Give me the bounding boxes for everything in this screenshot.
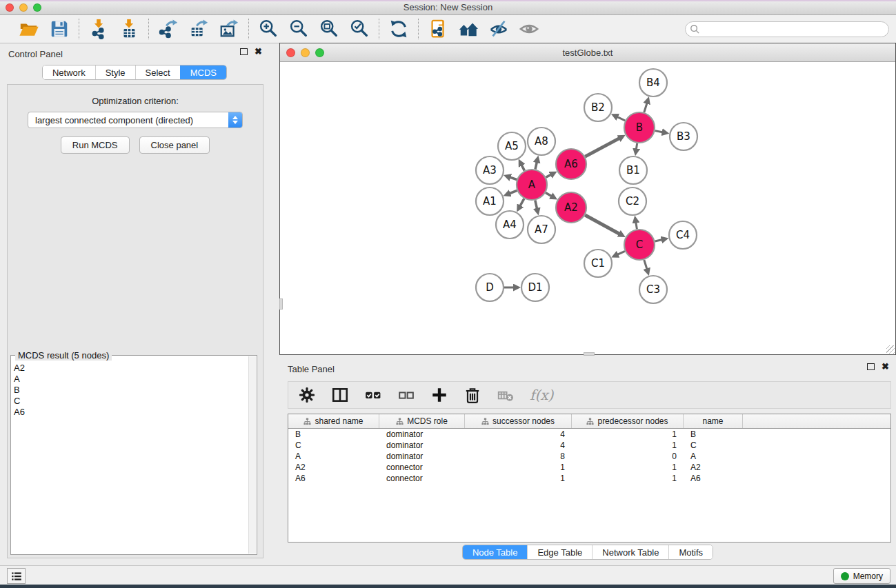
edge-C-C4[interactable] bbox=[655, 240, 663, 242]
table-cell[interactable]: A bbox=[288, 452, 379, 461]
table-cell[interactable]: 0 bbox=[572, 452, 684, 461]
graph-node-B[interactable]: B bbox=[624, 112, 655, 143]
edge-C-C2[interactable] bbox=[636, 222, 637, 230]
export-table-icon[interactable] bbox=[188, 19, 209, 39]
column-header-shared-name[interactable]: shared name bbox=[288, 414, 379, 428]
network-resize-grip[interactable] bbox=[886, 345, 895, 354]
table-close-panel-icon[interactable]: ✖ bbox=[882, 363, 889, 370]
column-header-MCDS-role[interactable]: MCDS role bbox=[379, 414, 465, 428]
edge-B-B3[interactable] bbox=[655, 131, 664, 132]
graph-node-A6[interactable]: A6 bbox=[556, 149, 586, 179]
edge-A-A2[interactable] bbox=[546, 193, 552, 197]
edge-A6-B[interactable] bbox=[585, 138, 620, 156]
refresh-icon[interactable] bbox=[388, 19, 409, 39]
zoom-out-icon[interactable] bbox=[288, 19, 309, 39]
tab-mcds[interactable]: MCDS bbox=[180, 65, 226, 79]
graph-node-A4[interactable]: A4 bbox=[496, 211, 524, 239]
graph-node-C3[interactable]: C3 bbox=[639, 276, 667, 303]
export-image-icon[interactable] bbox=[219, 19, 239, 39]
task-history-button[interactable] bbox=[7, 568, 26, 584]
network-left-handle[interactable] bbox=[279, 298, 283, 310]
result-list-item[interactable]: B bbox=[14, 385, 248, 396]
graph-node-A7[interactable]: A7 bbox=[528, 216, 555, 243]
table-cell[interactable]: 4 bbox=[465, 440, 572, 450]
edge-A-A1[interactable] bbox=[509, 190, 517, 194]
open-file-icon[interactable] bbox=[19, 19, 39, 39]
table-cell[interactable]: 8 bbox=[465, 452, 572, 461]
select-all-icon[interactable] bbox=[364, 386, 382, 404]
tab-style[interactable]: Style bbox=[95, 65, 135, 79]
table-cell[interactable]: A2 bbox=[684, 463, 743, 472]
graph-node-B2[interactable]: B2 bbox=[584, 94, 612, 121]
graph-node-A1[interactable]: A1 bbox=[476, 187, 504, 215]
zoom-in-icon[interactable] bbox=[258, 19, 279, 39]
run-mcds-button[interactable]: Run MCDS bbox=[61, 136, 130, 154]
graph-node-B3[interactable]: B3 bbox=[670, 123, 697, 150]
table-cell[interactable]: A bbox=[684, 452, 743, 461]
edge-A-A7[interactable] bbox=[535, 201, 537, 210]
edge-B-B4[interactable] bbox=[644, 103, 647, 112]
table-cell[interactable]: C bbox=[288, 440, 379, 450]
table-row[interactable]: Bdominator41B bbox=[288, 429, 890, 440]
graph-node-A3[interactable]: A3 bbox=[476, 156, 504, 184]
delete-table-icon[interactable] bbox=[497, 386, 515, 404]
function-builder-icon[interactable]: f(x) bbox=[530, 387, 553, 403]
graph-node-A[interactable]: A bbox=[517, 170, 547, 200]
edge-A-A5[interactable] bbox=[521, 165, 525, 171]
table-cell[interactable]: C bbox=[684, 440, 743, 450]
unselect-all-icon[interactable] bbox=[397, 386, 415, 404]
import-table-icon[interactable] bbox=[119, 19, 139, 39]
edge-A2-C[interactable] bbox=[585, 215, 620, 234]
delete-column-icon[interactable] bbox=[464, 386, 481, 404]
table-cell[interactable]: 1 bbox=[572, 440, 684, 450]
save-session-icon[interactable] bbox=[49, 19, 70, 39]
edge-A-A6[interactable] bbox=[546, 174, 551, 177]
import-network-icon[interactable] bbox=[88, 19, 109, 39]
graph-node-C4[interactable]: C4 bbox=[669, 221, 697, 249]
table-row[interactable]: A2connector11A2 bbox=[288, 462, 890, 473]
table-cell[interactable]: 1 bbox=[572, 474, 684, 483]
table-cell[interactable]: B bbox=[684, 429, 743, 439]
show-panel-icon[interactable] bbox=[519, 19, 539, 39]
edge-A-A4[interactable] bbox=[520, 199, 524, 207]
float-panel-icon[interactable] bbox=[240, 48, 248, 55]
criterion-select[interactable]: largest connected component (directed) bbox=[28, 112, 243, 128]
table-cell[interactable]: A2 bbox=[288, 463, 379, 472]
table-cell[interactable]: dominator bbox=[379, 440, 465, 450]
result-list-item[interactable]: A2 bbox=[14, 363, 248, 374]
home-icon[interactable] bbox=[458, 19, 479, 39]
table-cell[interactable]: 1 bbox=[465, 474, 572, 483]
tab-motifs[interactable]: Motifs bbox=[668, 545, 713, 559]
tab-network-table[interactable]: Network Table bbox=[592, 545, 668, 559]
column-header-name[interactable]: name bbox=[684, 414, 743, 428]
table-row[interactable]: Adominator80A bbox=[288, 451, 890, 462]
close-panel-button[interactable]: Close panel bbox=[139, 136, 210, 154]
result-list-item[interactable]: C bbox=[14, 396, 248, 407]
table-float-panel-icon[interactable] bbox=[867, 363, 875, 370]
tab-network[interactable]: Network bbox=[43, 65, 95, 79]
tab-node-table[interactable]: Node Table bbox=[463, 545, 528, 559]
column-header-predecessor-nodes[interactable]: predecessor nodes bbox=[572, 414, 684, 428]
table-cell[interactable]: 1 bbox=[572, 429, 684, 439]
add-column-icon[interactable] bbox=[430, 386, 448, 404]
split-view-icon[interactable] bbox=[331, 386, 349, 404]
graph-node-A8[interactable]: A8 bbox=[528, 128, 555, 155]
table-cell[interactable]: dominator bbox=[379, 452, 465, 461]
zoom-selected-icon[interactable] bbox=[349, 19, 370, 39]
network-canvas[interactable]: B4 B2 B B3 A5 A8 A6 A3 B1 A C2 A1 A2 A4 … bbox=[280, 62, 895, 354]
edge-A-A3[interactable] bbox=[509, 177, 517, 180]
graph-node-A2[interactable]: A2 bbox=[556, 192, 586, 223]
zoom-fit-icon[interactable] bbox=[319, 19, 339, 39]
export-network-icon[interactable] bbox=[158, 19, 179, 39]
edge-C-C1[interactable] bbox=[617, 251, 625, 254]
graph-node-B1[interactable]: B1 bbox=[619, 156, 647, 184]
close-panel-icon[interactable]: ✖ bbox=[255, 48, 262, 55]
table-cell[interactable]: connector bbox=[379, 463, 465, 472]
graph-node-A5[interactable]: A5 bbox=[498, 132, 526, 160]
network-bottom-handle[interactable] bbox=[584, 352, 595, 356]
result-list-item[interactable]: A6 bbox=[14, 407, 248, 418]
network-window-titlebar[interactable]: testGlobe.txt bbox=[280, 43, 895, 62]
table-cell[interactable]: 4 bbox=[465, 429, 572, 439]
table-cell[interactable]: A6 bbox=[684, 474, 743, 483]
result-list-item[interactable]: A bbox=[14, 374, 248, 385]
